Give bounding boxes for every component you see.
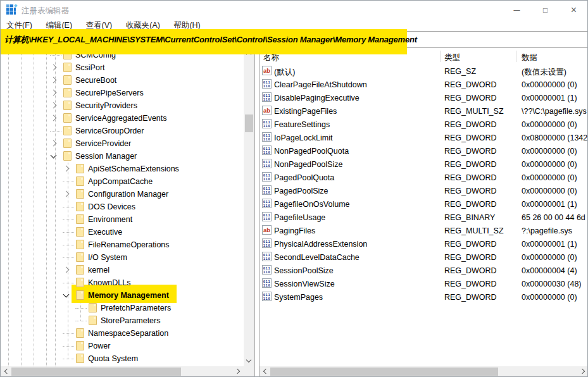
registry-value-row-existingpagefiles[interactable]: abExistingPageFilesREG_MULTI_SZ\??\C:\pa…	[260, 104, 588, 118]
tree-item-kernel[interactable]: kernel	[1, 264, 254, 276]
value-type: REG_DWORD	[444, 120, 497, 129]
value-data: 0x00000000 (0)	[522, 187, 577, 195]
tree-item-appcompatcache[interactable]: AppCompatCache	[1, 175, 254, 188]
values-horizontal-scrollbar[interactable]	[260, 366, 588, 377]
dword-value-icon: 011110	[262, 119, 272, 128]
registry-value-row-sessionviewsize[interactable]: 011110SessionViewSizeREG_DWORD0x00000030…	[260, 277, 588, 290]
tree-item-power[interactable]: Power	[1, 340, 254, 352]
tree-item-label: Memory Management	[88, 291, 169, 300]
registry-value-row-iopagelocklimit[interactable]: 011110IoPageLockLimitREG_DWORD0x08000000…	[260, 131, 588, 144]
scroll-right-button[interactable]	[578, 366, 588, 377]
registry-value-row-clearpagefileatshutdown[interactable]: 011110ClearPageFileAtShutdownREG_DWORD0x…	[260, 78, 588, 91]
scroll-down-button[interactable]	[244, 355, 254, 366]
tree-item-environment[interactable]: Environment	[1, 213, 254, 226]
scrollbar-thumb[interactable]	[11, 368, 181, 376]
collapse-icon[interactable]	[63, 292, 70, 298]
registry-value-row-secondleveldatacache[interactable]: 011110SecondLevelDataCacheREG_DWORD0x000…	[260, 250, 588, 264]
minimize-button[interactable]: ─	[503, 1, 531, 19]
registry-value-row-disablepagingexecutive[interactable]: 011110DisablePagingExecutiveREG_DWORD0x0…	[260, 91, 588, 104]
collapse-icon[interactable]	[51, 152, 57, 159]
close-button[interactable]: ×	[560, 1, 588, 19]
folder-icon	[76, 328, 84, 338]
tree-item-serviceaggregatedevents[interactable]: ServiceAggregatedEvents	[1, 112, 254, 125]
tree-item-servicegrouporder[interactable]: ServiceGroupOrder	[1, 125, 254, 137]
expand-icon[interactable]	[51, 102, 57, 109]
expand-icon[interactable]	[51, 140, 57, 147]
tree-item-quota-system[interactable]: Quota System	[1, 352, 254, 365]
tree-item-label: StoreParameters	[101, 316, 160, 325]
registry-value-row-[interactable]: ab(默认)REG_SZ(数值未设置)	[260, 65, 588, 78]
scrollbar-thumb[interactable]	[270, 368, 498, 376]
tree-item-memory-management[interactable]: Memory Management	[1, 289, 254, 302]
expand-icon[interactable]	[63, 267, 70, 273]
dword-value-icon: 011110	[262, 199, 272, 208]
expand-icon[interactable]	[51, 77, 57, 83]
folder-icon	[76, 227, 84, 237]
tree-item-label: SecurityProviders	[75, 101, 137, 110]
column-header-data[interactable]: 数据	[522, 53, 537, 63]
tree-item-filerenameoperations[interactable]: FileRenameOperations	[1, 238, 254, 251]
expand-icon[interactable]	[51, 65, 57, 71]
tree-item-label: SecurePipeServers	[75, 89, 144, 97]
registry-value-row-systempages[interactable]: 011110SystemPagesREG_DWORD0x00000000 (0)	[260, 290, 588, 304]
registry-value-row-pagefileusage[interactable]: 011110PagefileUsageREG_BINARY65 26 00 00…	[260, 211, 588, 224]
scroll-right-button[interactable]	[233, 366, 244, 377]
address-bar-input[interactable]: 计算机\HKEY_LOCAL_MACHINE\SYSTEM\CurrentCon…	[4, 34, 417, 46]
tree-item-label: PrefetchParameters	[101, 304, 171, 312]
column-header-type[interactable]: 类型	[444, 53, 460, 63]
folder-icon	[89, 303, 97, 312]
tree-connector	[75, 308, 87, 309]
tree-item-namespaceseparation[interactable]: NamespaceSeparation	[1, 327, 254, 340]
registry-value-row-sessionpoolsize[interactable]: 011110SessionPoolSizeREG_DWORD0x00000004…	[260, 264, 588, 277]
tree-item-apisetschemaextensions[interactable]: ApiSetSchemaExtensions	[1, 163, 254, 175]
column-separator[interactable]	[516, 51, 516, 62]
tree-connector	[75, 321, 87, 321]
tree-item-dos-devices[interactable]: DOS Devices	[1, 201, 254, 213]
expand-icon[interactable]	[51, 115, 57, 121]
string-value-icon: ab	[262, 66, 272, 75]
expand-icon[interactable]	[63, 166, 70, 172]
registry-value-row-nonpagedpoolquota[interactable]: 011110NonPagedPoolQuotaREG_DWORD0x000000…	[260, 144, 588, 158]
registry-value-row-physicaladdressextension[interactable]: 011110PhysicalAddressExtensionREG_DWORD0…	[260, 237, 588, 250]
tree-horizontal-scrollbar[interactable]	[1, 366, 244, 377]
tree-item-serviceprovider[interactable]: ServiceProvider	[1, 137, 254, 150]
scrollbar-thumb[interactable]	[245, 114, 253, 132]
registry-value-row-pagedpoolquota[interactable]: 011110PagedPoolQuotaREG_DWORD0x00000000 …	[260, 171, 588, 184]
tree-item-knowndlls[interactable]: KnownDLLs	[1, 276, 254, 289]
dword-value-icon: 011110	[262, 145, 272, 155]
registry-value-row-nonpagedpoolsize[interactable]: 011110NonPagedPoolSizeREG_DWORD0x0000000…	[260, 158, 588, 171]
expand-icon[interactable]	[63, 191, 70, 197]
value-name: ClearPageFileAtShutdown	[274, 80, 367, 89]
tree-connector	[63, 333, 74, 334]
scroll-left-button[interactable]	[260, 366, 270, 377]
registry-value-row-featuresettings[interactable]: 011110FeatureSettingsREG_DWORD0x00000000…	[260, 118, 588, 131]
tree-connector	[63, 207, 74, 207]
tree-item-securityproviders[interactable]: SecurityProviders	[1, 99, 254, 112]
scroll-left-button[interactable]	[1, 366, 11, 377]
value-type: REG_DWORD	[444, 160, 497, 169]
tree-vertical-scrollbar[interactable]	[244, 48, 254, 366]
tree-item-label: FileRenameOperations	[88, 240, 170, 249]
value-type: REG_DWORD	[444, 147, 497, 156]
value-name: PagefileUsage	[274, 213, 325, 222]
column-separator[interactable]	[440, 51, 441, 62]
tree-item-label: Session Manager	[75, 152, 137, 161]
value-type: REG_DWORD	[444, 80, 497, 89]
tree-item-scsiport[interactable]: ScsiPort	[1, 61, 254, 74]
maximize-button[interactable]: □	[531, 1, 560, 19]
expand-icon[interactable]	[51, 90, 57, 96]
tree-item-label: ServiceGroupOrder	[75, 127, 144, 135]
registry-value-row-pagingfiles[interactable]: abPagingFilesREG_MULTI_SZ?:\pagefile.sys	[260, 224, 588, 237]
tree-item-executive[interactable]: Executive	[1, 226, 254, 238]
tree-item-storeparameters[interactable]: StoreParameters	[1, 314, 254, 327]
tree-item-i-o-system[interactable]: I/O System	[1, 251, 254, 264]
tree-item-label: Power	[88, 342, 110, 350]
registry-value-row-pagedpoolsize[interactable]: 011110PagedPoolSizeREG_DWORD0x00000000 (…	[260, 184, 588, 197]
tree-item-session-manager[interactable]: Session Manager	[1, 150, 254, 163]
tree-item-configuration-manager[interactable]: Configuration Manager	[1, 188, 254, 201]
tree-item-prefetchparameters[interactable]: PrefetchParameters	[1, 302, 254, 314]
tree-item-securepipeservers[interactable]: SecurePipeServers	[1, 87, 254, 99]
tree-item-label: ServiceProvider	[75, 139, 131, 148]
tree-item-secureboot[interactable]: SecureBoot	[1, 74, 254, 87]
registry-value-row-pagefileonosvolume[interactable]: 011110PagefileOnOsVolumeREG_DWORD0x00000…	[260, 197, 588, 211]
